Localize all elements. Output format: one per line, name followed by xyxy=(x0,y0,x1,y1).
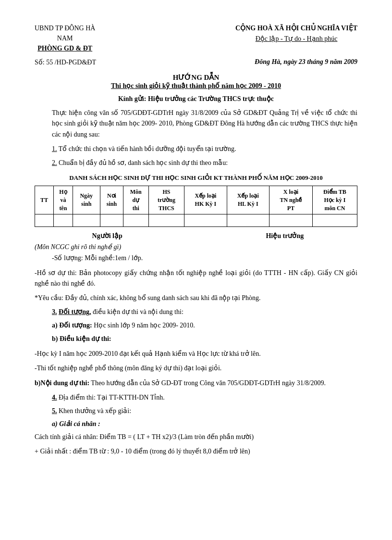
dash-item-1: -Số lượng: Mỗi nghề:1em / lớp. xyxy=(52,253,357,264)
sign-row: Người lập Hiệu trưởng xyxy=(35,232,357,240)
subtitle: Thi học sinh giỏi kỹ thuật thành phố năm… xyxy=(35,82,357,90)
header-right: CỘNG HOÀ XÃ HỘI CHỦ NGHĨA VIỆT Độc lập -… xyxy=(235,23,357,53)
header-left-line1: UBND TP ĐÔNG HÀ xyxy=(35,23,95,33)
section4-text: Địa điểm thi: Tại TT-KTTH-DN Tỉnh. xyxy=(59,394,165,401)
star-item: *Yêu cầu: Đầy đủ, chính xác, không bổ su… xyxy=(35,293,357,303)
col-tt: TT xyxy=(35,186,54,214)
col-mon-du-thi: Môndựthi xyxy=(123,186,148,214)
huong-dan-title: HƯỚNG DẪN xyxy=(35,73,357,82)
table-empty-row xyxy=(35,214,357,227)
item1: 1. Tổ chức thi chọn và tiến hành bồi dưỡ… xyxy=(52,144,357,154)
star-item-text: *Yêu cầu: Đầy đủ, chính xác, không bổ su… xyxy=(35,294,260,301)
section3-label: Đối tượng, xyxy=(59,308,91,315)
kinh-gui: Kính gửi: Hiệu trưởng các Trường THCS tr… xyxy=(35,95,357,103)
empty-xep-hk xyxy=(184,214,227,227)
section3-heading: 3. Đối tượng, điều kiện dự thi và nội du… xyxy=(52,307,357,317)
section5: 5. Khen thưởng và xếp giải: xyxy=(52,406,357,416)
empty-ho-ten xyxy=(54,214,73,227)
header-left-line2: NAM xyxy=(35,33,95,43)
col-hs-truong: HStrườngTHCS xyxy=(148,186,184,214)
empty-x-loai xyxy=(269,214,312,227)
danh-sach-title: DANH SÁCH HỌC SINH DỰ THI HỌC SINH GIỎI … xyxy=(35,174,357,182)
section3-b2: b)Nội dung dự thi: Theo hướng dẫn của Sở… xyxy=(35,378,357,389)
empty-diem xyxy=(312,214,357,227)
section3a: a) Đối tượng: Học sinh lớp 9 năm học 200… xyxy=(35,320,357,331)
section3a-label: a) Đối tượng: xyxy=(52,322,92,329)
item2: 2. Chuẩn bị đầy đủ hồ sơ, danh sách học … xyxy=(52,158,357,168)
section5a-label-text: a) Giải cá nhân : xyxy=(52,420,100,427)
sign-right: Hiệu trưởng xyxy=(212,232,357,240)
section3b-label: b) Điều kiện dự thi: xyxy=(35,334,357,344)
col-ho-ten: Họvàtên xyxy=(54,186,73,214)
col-xep-loai-hl: Xếp loạiHL Kỳ I xyxy=(227,186,269,214)
empty-mon xyxy=(123,214,148,227)
empty-hs xyxy=(148,214,184,227)
section5a-text1: Cách tính giải cá nhân: Điểm TB = ( LT +… xyxy=(35,432,357,442)
section5-text: Khen thưởng và xếp giải: xyxy=(59,407,131,414)
body-paragraph: Thực hiện công văn số 705/GDĐT-GDTrH ngà… xyxy=(35,108,357,140)
sign-right-title: Hiệu trưởng xyxy=(266,232,304,239)
dash-item-2: -Hồ sơ dự thi: Bản photocopy giấy chứng … xyxy=(35,268,357,289)
section3a-text: Học sinh lớp 9 năm học 2009- 2010. xyxy=(94,322,195,329)
col-diem-tb: Điểm TBHọc kỳ Imôn CN xyxy=(312,186,357,214)
header-left: UBND TP ĐÔNG HÀ NAM PHÒNG GD & ĐT xyxy=(35,23,95,53)
section5a-text2: + Giải nhất : điểm TB từ : 9,0 - 10 điểm… xyxy=(35,446,357,457)
item1-text: Tổ chức thi chọn và tiến hành bồi dưỡng … xyxy=(59,145,236,152)
col-x-loai-tn: X loạiTN nghềPT xyxy=(269,186,312,214)
page-container: UBND TP ĐÔNG HÀ NAM PHÒNG GD & ĐT CỘNG H… xyxy=(35,23,357,457)
item1-num: 1. xyxy=(52,145,57,152)
section3-b2-label: b)Nội dung dự thi: xyxy=(35,379,89,387)
title-section: HƯỚNG DẪN Thi học sinh giỏi kỹ thuật thà… xyxy=(35,73,357,90)
section3b-label-text: b) Điều kiện dự thi: xyxy=(52,335,111,342)
section3-thi: -Thi tốt nghiệp nghề phổ thông (môn đăng… xyxy=(35,363,357,374)
empty-xep-hl xyxy=(227,214,269,227)
empty-ngay-sinh xyxy=(73,214,100,227)
empty-noi-sinh xyxy=(100,214,123,227)
col-noi-sinh: Nơisinh xyxy=(100,186,123,214)
so-line: Số: 55 /HD-PGD&ĐT Đông Hà, ngày 23 tháng… xyxy=(35,58,357,66)
table-header-row: TT Họvàtên Ngàysinh Nơisinh Môndựthi HSt… xyxy=(35,186,357,214)
student-table: TT Họvàtên Ngàysinh Nơisinh Môndựthi HSt… xyxy=(35,186,357,227)
kinh-gui-text: Kính gửi: Hiệu trưởng các Trường THCS tr… xyxy=(118,95,274,102)
section5-num: 5. xyxy=(52,407,57,414)
italic-note: (Môn NCGC ghi rõ thi nghề gì) xyxy=(35,243,357,251)
section3-b2-text: Theo hướng dẫn của Sở GD-ĐT trong Công v… xyxy=(91,379,326,387)
date-place: Đông Hà, ngày 23 tháng 9 năm 2009 xyxy=(255,58,357,66)
section3-rest: điều kiện dự thi và nội dung thi: xyxy=(93,308,184,315)
header: UBND TP ĐÔNG HÀ NAM PHÒNG GD & ĐT CỘNG H… xyxy=(35,23,357,53)
header-left-line3: PHÒNG GD & ĐT xyxy=(35,43,95,53)
section5a-label: a) Giải cá nhân : xyxy=(35,420,357,428)
so-number: Số: 55 /HD-PGD&ĐT xyxy=(35,58,96,66)
col-ngay-sinh: Ngàysinh xyxy=(73,186,100,214)
section3-hk1: -Học kỳ I năm học 2009-2010 đạt kết quả … xyxy=(35,349,357,359)
section3-num: 3. xyxy=(52,308,57,315)
header-right-line2: Độc lập - Tự do - Hạnh phúc xyxy=(235,34,357,44)
section4: 4. Địa điểm thi: Tại TT-KTTH-DN Tỉnh. xyxy=(52,392,357,403)
item2-text: Chuẩn bị đầy đủ hồ sơ, danh sách học sin… xyxy=(59,159,228,166)
empty-tt xyxy=(35,214,54,227)
sign-left: Người lập xyxy=(35,232,180,240)
header-right-line1: CỘNG HOÀ XÃ HỘI CHỦ NGHĨA VIỆT xyxy=(235,23,357,34)
section4-num: 4. xyxy=(52,394,57,401)
item2-num: 2. xyxy=(52,159,57,166)
sign-left-title: Người lập xyxy=(92,232,122,239)
col-xep-loai-hk: Xếp loạiHK Kỳ I xyxy=(184,186,227,214)
